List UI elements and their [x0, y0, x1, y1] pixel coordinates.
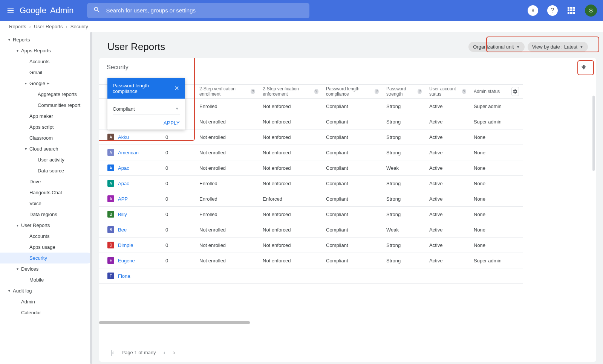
- sidebar-item-apps-script[interactable]: Apps script: [0, 122, 92, 133]
- menu-icon[interactable]: [6, 6, 15, 15]
- help-icon[interactable]: ?: [314, 89, 318, 94]
- download-icon[interactable]: [580, 64, 589, 73]
- apply-button[interactable]: APPLY: [164, 120, 180, 126]
- filter-select[interactable]: Compliant: [113, 104, 180, 114]
- user-link[interactable]: Billy: [118, 212, 127, 217]
- cell-status: Active: [425, 160, 470, 176]
- search-bar[interactable]: [87, 3, 309, 18]
- sidebar-item-user-reports[interactable]: ▾User Reports: [0, 220, 92, 231]
- cell-status: Active: [425, 176, 470, 191]
- help-icon[interactable]: ?: [418, 89, 422, 94]
- user-link[interactable]: Bee: [118, 227, 127, 233]
- col-2sv-enrollment[interactable]: 2-Step verification enrollment?: [196, 84, 259, 99]
- user-avatar: A: [107, 195, 114, 202]
- sidebar-item-hangouts-chat[interactable]: Hangouts Chat: [0, 187, 92, 198]
- org-unit-chip[interactable]: Organizational unit▼: [468, 42, 524, 52]
- cell-2sv: Enrolled: [196, 207, 259, 222]
- sidebar-item-apps-reports[interactable]: ▾Apps Reports: [0, 45, 92, 56]
- sidebar-item-accounts[interactable]: Accounts: [0, 56, 92, 67]
- user-link[interactable]: Akku: [118, 134, 129, 140]
- sidebar-item-aggregate-reports[interactable]: Aggregate reports: [0, 89, 92, 100]
- col-2sv-enforcement[interactable]: 2-Step verification enforcement?: [259, 84, 322, 99]
- col-admin-status[interactable]: Admin status: [470, 84, 508, 99]
- user-link[interactable]: Dimple: [118, 242, 133, 248]
- cell-user: AApac: [99, 160, 162, 176]
- cell-2sve: Not enforced: [259, 160, 322, 176]
- sidebar-item-calendar[interactable]: Calendar: [0, 307, 92, 318]
- sidebar-item-admin[interactable]: Admin: [0, 296, 92, 307]
- sidebar-item-classroom[interactable]: Classroom: [0, 133, 92, 143]
- cell-apps: 0: [162, 176, 196, 191]
- cell-2sve: Not enforced: [259, 145, 322, 160]
- content-area: User Reports Organizational unit▼ View b…: [92, 32, 603, 364]
- sidebar-item-data-source[interactable]: Data source: [0, 165, 92, 176]
- breadcrumb-item[interactable]: User Reports: [34, 24, 63, 29]
- help-icon[interactable]: ?: [375, 89, 379, 94]
- user-link[interactable]: Apac: [118, 165, 129, 171]
- view-by-date-chip[interactable]: View by date : Latest▼: [528, 42, 588, 52]
- cell-2sv: Not enrolled: [196, 253, 259, 268]
- cell-admin: [470, 268, 508, 284]
- sidebar-item-security[interactable]: Security: [0, 253, 92, 263]
- search-input[interactable]: [106, 7, 303, 14]
- user-link[interactable]: Eugene: [118, 258, 135, 263]
- sidebar-item-voice[interactable]: Voice: [0, 198, 92, 209]
- sidebar-item-accounts[interactable]: Accounts: [0, 231, 92, 242]
- help-icon[interactable]: ?: [547, 5, 558, 16]
- table-row: FFiona: [99, 268, 596, 284]
- help-icon[interactable]: ?: [251, 89, 255, 94]
- page-first-icon[interactable]: |‹: [110, 349, 114, 356]
- page-label: Page 1 of many: [121, 350, 156, 355]
- sidebar-item-label: Reports: [13, 37, 30, 43]
- logo[interactable]: Google Admin: [20, 6, 73, 15]
- sidebar-item-data-regions[interactable]: Data regions: [0, 209, 92, 220]
- sidebar-item-google-[interactable]: ▾Google +: [0, 78, 92, 89]
- sidebar-item-label: Google +: [29, 81, 49, 86]
- header-badge-icon[interactable]: 8: [528, 5, 538, 16]
- sidebar-item-user-activity[interactable]: User activity: [0, 154, 92, 165]
- horizontal-scrollbar[interactable]: [99, 321, 250, 324]
- sidebar-item-reports[interactable]: ▾Reports: [0, 34, 92, 45]
- user-link[interactable]: Fiona: [118, 273, 130, 279]
- sidebar-item-audit-log[interactable]: ▾Audit log: [0, 285, 92, 296]
- sidebar-item-label: Hangouts Chat: [29, 190, 62, 195]
- sidebar-item-label: Classroom: [29, 135, 53, 141]
- sidebar-item-drive[interactable]: Drive: [0, 176, 92, 187]
- user-link[interactable]: American: [118, 150, 139, 155]
- sidebar-item-mobile[interactable]: Mobile: [0, 274, 92, 285]
- account-avatar[interactable]: S: [585, 5, 597, 17]
- chevron-right-icon: ›: [66, 24, 67, 29]
- sidebar-item-apps-usage[interactable]: Apps usage: [0, 242, 92, 253]
- cell-apps: 0: [162, 129, 196, 145]
- sidebar-item-devices[interactable]: ▾Devices: [0, 263, 92, 274]
- col-pwd-compliance[interactable]: Password length compliance?: [322, 84, 383, 99]
- vertical-scrollbar[interactable]: [592, 96, 595, 171]
- sidebar-item-gmail[interactable]: Gmail: [0, 67, 92, 78]
- sidebar-item-app-maker[interactable]: App maker: [0, 111, 92, 122]
- cell-apps: 0: [162, 191, 196, 207]
- cell-str: Strong: [383, 253, 425, 268]
- col-pwd-strength[interactable]: Password strength?: [383, 84, 425, 99]
- user-avatar: A: [107, 164, 114, 171]
- cell-2sve: Not enforced: [259, 129, 322, 145]
- cell-2sve: Not enforced: [259, 238, 322, 253]
- page-next-icon[interactable]: ›: [173, 349, 175, 356]
- apps-icon[interactable]: [567, 6, 576, 15]
- cell-apps: 0: [162, 145, 196, 160]
- sidebar: ▾Reports▾Apps ReportsAccountsGmail▾Googl…: [0, 32, 92, 364]
- gear-icon[interactable]: [511, 87, 519, 96]
- user-link[interactable]: APP: [118, 196, 128, 202]
- user-avatar: E: [107, 257, 114, 264]
- page-title: User Reports: [107, 41, 165, 53]
- sidebar-item-cloud-search[interactable]: ▾Cloud search: [0, 143, 92, 154]
- table-row: AAPP0EnrolledEnforcedCompliantStrongActi…: [99, 191, 596, 207]
- col-account-status[interactable]: User account status?: [425, 84, 470, 99]
- user-avatar: B: [107, 211, 114, 218]
- user-link[interactable]: Apac: [118, 181, 129, 186]
- help-icon[interactable]: ?: [462, 89, 466, 94]
- page-prev-icon[interactable]: ‹: [164, 349, 165, 356]
- close-icon[interactable]: [174, 85, 180, 92]
- cell-admin: None: [470, 191, 508, 207]
- sidebar-item-communities-report[interactable]: Communities report: [0, 100, 92, 111]
- breadcrumb-item[interactable]: Reports: [9, 24, 26, 29]
